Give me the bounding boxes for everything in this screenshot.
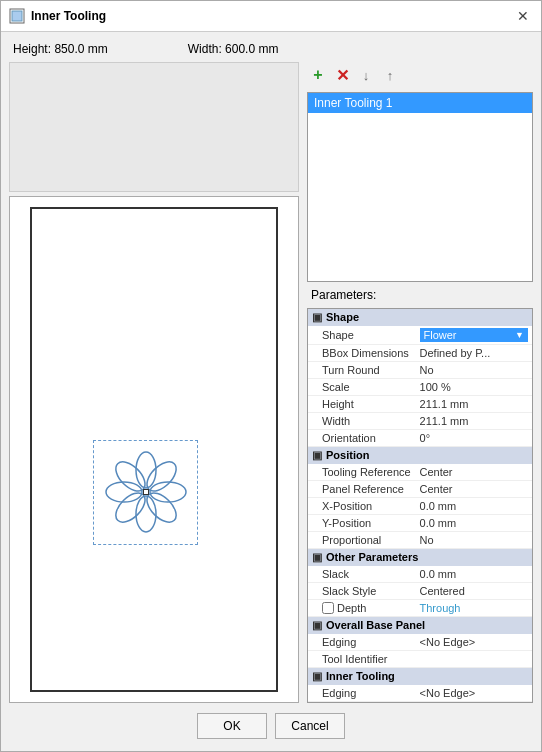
main-row: + ✕ ↓ ↑ Inner Tooling 1 Parameters: [9, 62, 533, 703]
toolbar-row: + ✕ ↓ ↑ [307, 62, 533, 88]
params-label: Parameters: [307, 286, 533, 304]
down-button[interactable]: ↓ [355, 64, 377, 86]
param-height: Height 211.1 mm [308, 396, 532, 413]
main-window: Inner Tooling ✕ Height: 850.0 mm Width: … [0, 0, 542, 752]
ok-button[interactable]: OK [197, 713, 267, 739]
center-dot [143, 489, 149, 495]
shape-dropdown[interactable]: Flower ▼ [420, 328, 528, 342]
param-proportional: Proportional No [308, 532, 532, 549]
delete-button[interactable]: ✕ [331, 64, 353, 86]
title-bar-left: Inner Tooling [9, 8, 106, 24]
param-slack: Slack 0.0 mm [308, 566, 532, 583]
height-dim: Height: 850.0 mm [13, 42, 108, 56]
list-item[interactable]: Inner Tooling 1 [308, 93, 532, 113]
left-panel [9, 62, 299, 703]
content-area: Height: 850.0 mm Width: 600.0 mm [1, 32, 541, 752]
close-button[interactable]: ✕ [513, 7, 533, 25]
window-icon [9, 8, 25, 24]
param-orientation: Orientation 0° [308, 430, 532, 447]
preview-top [9, 62, 299, 192]
param-edging-inner: Edging <No Edge> [308, 685, 532, 702]
param-edging-base: Edging <No Edge> [308, 634, 532, 651]
add-button[interactable]: + [307, 64, 329, 86]
svg-rect-1 [12, 11, 22, 21]
param-width: Width 211.1 mm [308, 413, 532, 430]
param-xpos: X-Position 0.0 mm [308, 498, 532, 515]
param-shape[interactable]: Shape Flower ▼ [308, 326, 532, 345]
preview-main [9, 196, 299, 703]
section-shape[interactable]: ▣Shape [308, 309, 532, 326]
depth-checkbox[interactable] [322, 602, 334, 614]
section-base-panel[interactable]: ▣Overall Base Panel [308, 617, 532, 635]
param-panel-ref: Panel Reference Center [308, 481, 532, 498]
param-ypos: Y-Position 0.0 mm [308, 515, 532, 532]
dropdown-arrow: ▼ [515, 330, 524, 340]
param-scale: Scale 100 % [308, 379, 532, 396]
list-box[interactable]: Inner Tooling 1 [307, 92, 533, 282]
params-section[interactable]: ▣Shape Shape Flower ▼ [307, 308, 533, 703]
param-slack-style: Slack Style Centered [308, 583, 532, 600]
width-dim: Width: 600.0 mm [188, 42, 279, 56]
params-table: ▣Shape Shape Flower ▼ [308, 309, 532, 702]
param-tool-id: Tool Identifier [308, 651, 532, 668]
selection-box [93, 440, 198, 545]
dimensions-row: Height: 850.0 mm Width: 600.0 mm [9, 40, 533, 58]
right-panel: + ✕ ↓ ↑ Inner Tooling 1 Parameters: [307, 62, 533, 703]
bottom-row: OK Cancel [9, 707, 533, 747]
param-tooling-ref: Tooling Reference Center [308, 464, 532, 481]
param-turnround: Turn Round No [308, 362, 532, 379]
param-bbox: BBox Dimensions Defined by P... [308, 345, 532, 362]
up-button[interactable]: ↑ [379, 64, 401, 86]
cancel-button[interactable]: Cancel [275, 713, 345, 739]
param-depth[interactable]: Depth Through [308, 600, 532, 617]
section-other[interactable]: ▣Other Parameters [308, 549, 532, 567]
section-inner-tooling[interactable]: ▣Inner Tooling [308, 668, 532, 686]
page-rect [30, 207, 278, 692]
window-title: Inner Tooling [31, 9, 106, 23]
title-bar: Inner Tooling ✕ [1, 1, 541, 32]
section-position[interactable]: ▣Position [308, 447, 532, 465]
